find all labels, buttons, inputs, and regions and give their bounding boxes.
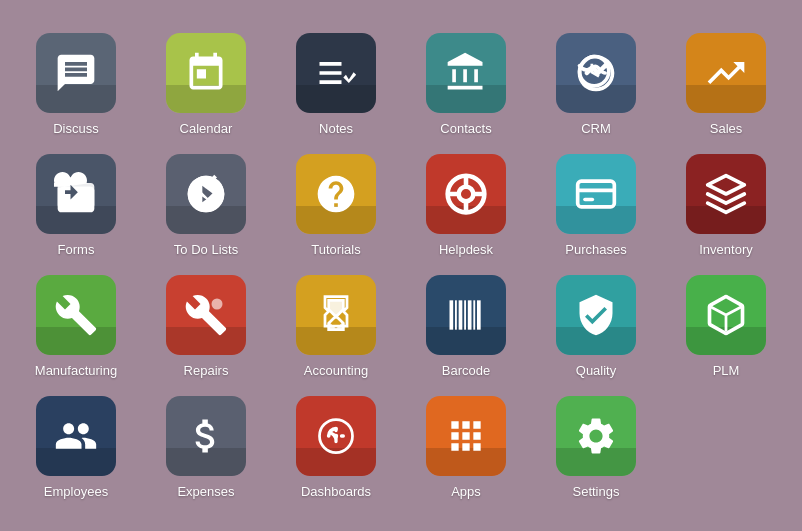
inventory-icon xyxy=(686,154,766,234)
sales-icon xyxy=(686,33,766,113)
app-item-notes[interactable]: Notes xyxy=(276,33,396,136)
helpdesk-label: Helpdesk xyxy=(439,242,493,257)
app-item-manufacturing[interactable]: Manufacturing xyxy=(16,275,136,378)
crm-label: CRM xyxy=(581,121,611,136)
purchases-icon xyxy=(556,154,636,234)
svg-rect-11 xyxy=(455,300,457,329)
discuss-label: Discuss xyxy=(53,121,99,136)
notes-icon xyxy=(296,33,376,113)
barcode-label: Barcode xyxy=(442,363,490,378)
employees-icon xyxy=(36,396,116,476)
apps-icon xyxy=(426,396,506,476)
calendar-icon xyxy=(166,33,246,113)
app-item-expenses[interactable]: Expenses xyxy=(146,396,266,499)
dashboards-label: Dashboards xyxy=(301,484,371,499)
svg-rect-15 xyxy=(473,300,475,329)
app-item-calendar[interactable]: Calendar xyxy=(146,33,266,136)
svg-rect-6 xyxy=(578,181,615,207)
quality-icon xyxy=(556,275,636,355)
accounting-label: Accounting xyxy=(304,363,368,378)
dashboards-icon xyxy=(296,396,376,476)
purchases-label: Purchases xyxy=(565,242,626,257)
tutorials-label: Tutorials xyxy=(311,242,360,257)
app-item-contacts[interactable]: Contacts xyxy=(406,33,526,136)
settings-label: Settings xyxy=(573,484,620,499)
svg-rect-10 xyxy=(450,300,454,329)
discuss-icon xyxy=(36,33,116,113)
app-item-plm[interactable]: PLM xyxy=(666,275,786,378)
app-item-repairs[interactable]: Repairs xyxy=(146,275,266,378)
app-item-accounting[interactable]: Accounting xyxy=(276,275,396,378)
helpdesk-icon xyxy=(426,154,506,234)
app-item-helpdesk[interactable]: Helpdesk xyxy=(406,154,526,257)
contacts-label: Contacts xyxy=(440,121,491,136)
crm-icon xyxy=(556,33,636,113)
manufacturing-label: Manufacturing xyxy=(35,363,117,378)
app-item-purchases[interactable]: Purchases xyxy=(536,154,656,257)
app-item-sales[interactable]: Sales xyxy=(666,33,786,136)
app-item-inventory[interactable]: Inventory xyxy=(666,154,786,257)
inventory-label: Inventory xyxy=(699,242,752,257)
plm-label: PLM xyxy=(713,363,740,378)
repairs-label: Repairs xyxy=(184,363,229,378)
repairs-icon xyxy=(166,275,246,355)
app-item-crm[interactable]: CRM xyxy=(536,33,656,136)
svg-point-9 xyxy=(212,298,223,309)
svg-rect-16 xyxy=(477,300,481,329)
tutorials-icon xyxy=(296,154,376,234)
app-item-dashboards[interactable]: Dashboards xyxy=(276,396,396,499)
svg-rect-13 xyxy=(464,300,466,329)
quality-label: Quality xyxy=(576,363,616,378)
forms-icon xyxy=(36,154,116,234)
app-grid: Discuss Calendar Notes Contacts CRM Sa xyxy=(6,13,796,519)
expenses-label: Expenses xyxy=(177,484,234,499)
accounting-icon xyxy=(296,275,376,355)
app-item-discuss[interactable]: Discuss xyxy=(16,33,136,136)
sales-label: Sales xyxy=(710,121,743,136)
expenses-icon xyxy=(166,396,246,476)
todo-icon xyxy=(166,154,246,234)
manufacturing-icon xyxy=(36,275,116,355)
app-item-employees[interactable]: Employees xyxy=(16,396,136,499)
svg-rect-12 xyxy=(459,300,463,329)
app-item-apps[interactable]: Apps xyxy=(406,396,526,499)
forms-label: Forms xyxy=(58,242,95,257)
svg-point-18 xyxy=(334,433,338,437)
apps-label: Apps xyxy=(451,484,481,499)
settings-icon xyxy=(556,396,636,476)
todo-label: To Do Lists xyxy=(174,242,238,257)
employees-label: Employees xyxy=(44,484,108,499)
app-item-settings[interactable]: Settings xyxy=(536,396,656,499)
contacts-icon xyxy=(426,33,506,113)
app-item-quality[interactable]: Quality xyxy=(536,275,656,378)
app-item-forms[interactable]: Forms xyxy=(16,154,136,257)
app-item-todo[interactable]: To Do Lists xyxy=(146,154,266,257)
svg-point-1 xyxy=(459,186,474,201)
notes-label: Notes xyxy=(319,121,353,136)
app-item-tutorials[interactable]: Tutorials xyxy=(276,154,396,257)
calendar-label: Calendar xyxy=(180,121,233,136)
plm-icon xyxy=(686,275,766,355)
barcode-icon xyxy=(426,275,506,355)
svg-rect-14 xyxy=(468,300,472,329)
app-item-barcode[interactable]: Barcode xyxy=(406,275,526,378)
